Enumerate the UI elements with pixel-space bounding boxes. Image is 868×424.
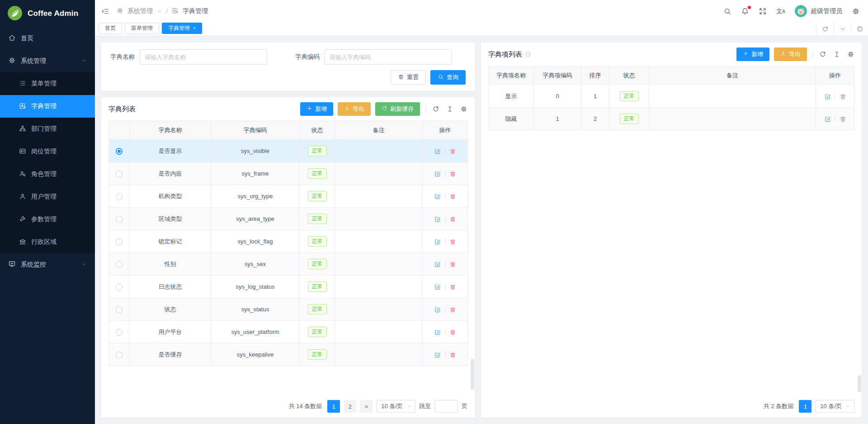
table-row[interactable]: 显示 0 1 正常 bbox=[489, 85, 854, 108]
sidebar-item-param-management[interactable]: 参数管理 bbox=[0, 208, 95, 231]
jump-suffix: 页 bbox=[462, 402, 467, 410]
row-radio[interactable] bbox=[116, 148, 123, 155]
sidebar-item-post-management[interactable]: 岗位管理 bbox=[0, 140, 95, 163]
sidebar-item-dict-management[interactable]: 字典管理 bbox=[0, 95, 95, 118]
table-row[interactable]: 状态 sys_status 正常 bbox=[109, 298, 468, 321]
notification-bell-icon[interactable] bbox=[741, 7, 749, 15]
edit-icon[interactable] bbox=[434, 261, 441, 268]
delete-icon[interactable] bbox=[840, 116, 846, 123]
delete-icon[interactable] bbox=[449, 329, 456, 336]
sidebar-item-home[interactable]: 首页 bbox=[0, 27, 95, 50]
app-logo[interactable]: Coffee Admin bbox=[0, 0, 95, 27]
table-row[interactable]: 是否显示 sys_visible 正常 bbox=[109, 140, 468, 162]
delete-icon[interactable] bbox=[449, 261, 456, 268]
table-settings-gear-icon[interactable] bbox=[847, 51, 854, 58]
delete-icon[interactable] bbox=[449, 284, 456, 291]
tab-close-icon[interactable]: × bbox=[193, 26, 196, 31]
sidebar-item-user-management[interactable]: 用户管理 bbox=[0, 186, 95, 208]
page-button-2[interactable]: 2 bbox=[344, 400, 356, 413]
row-radio[interactable] bbox=[116, 261, 123, 268]
table-refresh-icon[interactable] bbox=[819, 51, 826, 58]
delete-icon[interactable] bbox=[449, 352, 456, 358]
fullscreen-icon[interactable] bbox=[759, 7, 767, 15]
sidebar-group-monitor[interactable]: 系统监控 bbox=[0, 253, 95, 276]
scrollbar-thumb[interactable] bbox=[858, 375, 861, 392]
dict-code-input[interactable] bbox=[325, 49, 452, 65]
bank-icon bbox=[19, 238, 26, 247]
row-radio[interactable] bbox=[116, 284, 123, 291]
sidebar-item-menu-management[interactable]: 菜单管理 bbox=[0, 72, 95, 95]
table-row[interactable]: 性别 sys_sex 正常 bbox=[109, 253, 468, 276]
user-icon bbox=[19, 193, 26, 201]
breadcrumb-level1[interactable]: 系统管理 bbox=[127, 7, 153, 15]
add-dict-item-button[interactable]: 新增 bbox=[736, 48, 769, 61]
table-row[interactable]: 锁定标记 sys_lock_flag 正常 bbox=[109, 230, 468, 253]
dict-name-input[interactable] bbox=[140, 49, 267, 65]
row-radio[interactable] bbox=[116, 352, 123, 358]
sidebar-group-system[interactable]: 系统管理 bbox=[0, 50, 95, 72]
sidebar-item-dept-management[interactable]: 部门管理 bbox=[0, 118, 95, 140]
edit-icon[interactable] bbox=[434, 352, 441, 358]
edit-icon[interactable] bbox=[434, 193, 441, 200]
page-size-select[interactable]: 10 条/页 bbox=[376, 400, 415, 413]
table-density-icon[interactable] bbox=[446, 105, 453, 113]
edit-icon[interactable] bbox=[434, 238, 441, 245]
jump-page-input[interactable] bbox=[434, 400, 458, 413]
row-radio[interactable] bbox=[116, 216, 123, 223]
edit-icon[interactable] bbox=[434, 216, 441, 223]
tabs-dropdown-icon[interactable] bbox=[834, 22, 851, 36]
export-dict-button[interactable]: 导出 bbox=[338, 102, 371, 116]
table-row[interactable]: 日志状态 sys_log_status 正常 bbox=[109, 276, 468, 298]
tab-menu-management[interactable]: 菜单管理 bbox=[125, 23, 159, 34]
settings-gear-icon[interactable] bbox=[852, 7, 860, 15]
row-radio[interactable] bbox=[116, 238, 123, 245]
page-button-1[interactable]: 1 bbox=[799, 400, 811, 413]
query-button[interactable]: 查询 bbox=[430, 70, 466, 85]
table-row[interactable]: 是否内嵌 sys_frame 正常 bbox=[109, 162, 468, 185]
delete-icon[interactable] bbox=[449, 238, 456, 245]
table-density-icon[interactable] bbox=[833, 51, 840, 58]
edit-icon[interactable] bbox=[434, 306, 441, 313]
table-row[interactable]: 隐藏 1 2 正常 bbox=[489, 108, 854, 130]
delete-icon[interactable] bbox=[449, 148, 456, 155]
tab-home[interactable]: 首页 bbox=[99, 23, 122, 34]
delete-icon[interactable] bbox=[449, 216, 456, 223]
sidebar-item-admin-region[interactable]: 行政区域 bbox=[0, 231, 95, 253]
delete-icon[interactable] bbox=[449, 306, 456, 313]
row-radio[interactable] bbox=[116, 171, 123, 177]
edit-icon[interactable] bbox=[434, 148, 441, 155]
reset-button[interactable]: 重置 bbox=[391, 70, 426, 85]
delete-icon[interactable] bbox=[449, 171, 456, 177]
row-radio[interactable] bbox=[116, 306, 123, 313]
table-refresh-icon[interactable] bbox=[432, 105, 439, 113]
next-page-button[interactable]: > bbox=[360, 400, 373, 413]
scrollbar-thumb[interactable] bbox=[471, 359, 474, 390]
tabs-maximize-icon[interactable] bbox=[851, 22, 868, 36]
page-size-select[interactable]: 10 条/页 bbox=[815, 400, 854, 413]
refresh-cache-button[interactable]: 刷新缓存 bbox=[375, 102, 420, 116]
edit-icon[interactable] bbox=[434, 284, 441, 291]
export-dict-item-button[interactable]: 导出 bbox=[774, 48, 807, 61]
table-row[interactable]: 机构类型 sys_org_type 正常 bbox=[109, 185, 468, 208]
page-button-1[interactable]: 1 bbox=[327, 400, 340, 413]
table-settings-gear-icon[interactable] bbox=[460, 105, 467, 113]
tabs-refresh-icon[interactable] bbox=[816, 22, 834, 36]
edit-icon[interactable] bbox=[824, 93, 831, 100]
table-row[interactable]: 用户平台 sys_user_platform 正常 bbox=[109, 321, 468, 343]
search-icon[interactable] bbox=[723, 7, 731, 15]
edit-icon[interactable] bbox=[434, 171, 441, 177]
edit-icon[interactable] bbox=[824, 116, 831, 123]
edit-icon[interactable] bbox=[434, 329, 441, 336]
delete-icon[interactable] bbox=[840, 93, 846, 100]
sidebar-collapse-icon[interactable] bbox=[101, 7, 109, 15]
user-menu[interactable]: 超级管理员 bbox=[795, 5, 842, 17]
table-row[interactable]: 是否缓存 sys_keepalive 正常 bbox=[109, 343, 468, 366]
translate-icon[interactable]: 文A bbox=[776, 7, 785, 15]
sidebar-item-role-management[interactable]: 角色管理 bbox=[0, 163, 95, 186]
tab-dict-management[interactable]: 字典管理 × bbox=[162, 23, 202, 34]
row-radio[interactable] bbox=[116, 329, 123, 336]
table-row[interactable]: 区域类型 sys_area_type 正常 bbox=[109, 208, 468, 230]
delete-icon[interactable] bbox=[449, 193, 456, 200]
row-radio[interactable] bbox=[116, 193, 123, 200]
add-dict-button[interactable]: 新增 bbox=[300, 102, 333, 116]
